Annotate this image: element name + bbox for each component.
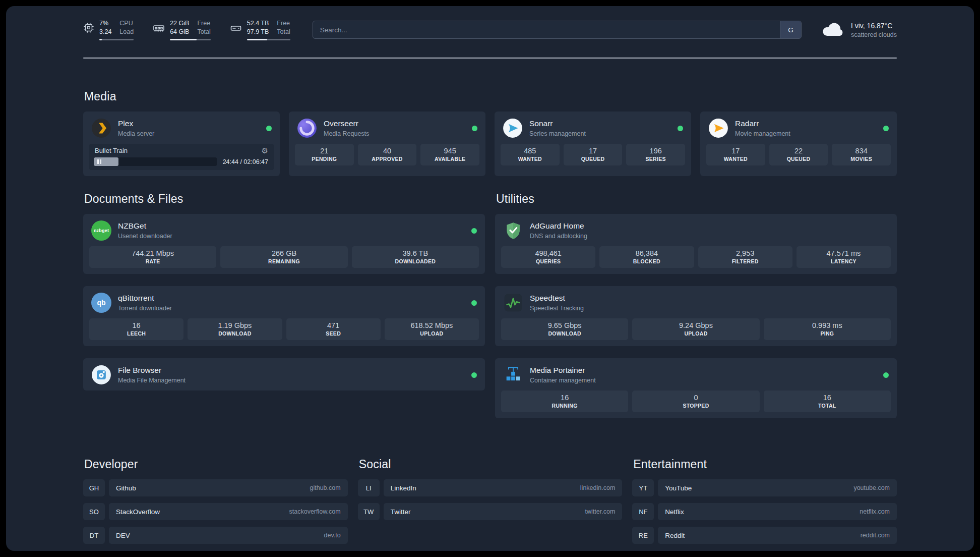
bookmark-name: StackOverflow xyxy=(116,508,160,516)
bookmark-youtube[interactable]: YT YouTube youtube.com xyxy=(632,479,897,496)
service-subtitle: Speedtest Tracking xyxy=(530,304,584,312)
section-utilities: Utilities xyxy=(495,192,897,418)
stat-stopped: 0 STOPPED xyxy=(632,391,759,412)
status-dot xyxy=(471,300,477,306)
disk-usage-bar xyxy=(247,39,290,41)
bookmark-abbr: NF xyxy=(632,503,654,520)
section-title-utilities: Utilities xyxy=(496,192,897,206)
section-media: Media Plex Media server xyxy=(83,90,897,176)
bookmark-url: netflix.com xyxy=(860,508,890,515)
playback-time: 24:44 / 02:06:47 xyxy=(223,158,269,165)
bookmark-name: Github xyxy=(116,484,136,492)
section-title-social: Social xyxy=(359,458,623,471)
status-dot xyxy=(678,126,683,131)
stat-download: 9.65 Gbps DOWNLOAD xyxy=(501,318,628,340)
pause-icon[interactable] xyxy=(97,159,101,164)
playback-progress-bar[interactable] xyxy=(94,157,217,166)
stat-ping: 0.993 ms PING xyxy=(764,318,891,340)
cpu-widget: 7% 3.24 CPU Load xyxy=(83,19,134,40)
stat-running: 16 RUNNING xyxy=(501,391,628,412)
disk-free-value: 52.4 TB xyxy=(247,19,269,28)
bookmark-netflix[interactable]: NF Netflix netflix.com xyxy=(632,503,897,520)
bookmark-twitter[interactable]: TW Twitter twitter.com xyxy=(358,503,623,520)
section-title-developer: Developer xyxy=(84,458,348,471)
service-card-sonarr[interactable]: Sonarr Series management 485 WANTED 17 Q… xyxy=(495,112,691,176)
service-subtitle: Torrent downloader xyxy=(118,304,172,312)
stat-seed: 471 SEED xyxy=(286,318,381,340)
service-subtitle: Series management xyxy=(529,130,586,138)
section-documents: Documents & Files nzbget NZBGet Usenet d… xyxy=(83,192,485,418)
status-dot xyxy=(472,126,477,131)
service-card-overseerr[interactable]: Overseerr Media Requests 21 PENDING 40 A… xyxy=(289,112,485,176)
stat-available: 945 AVAILABLE xyxy=(420,144,479,165)
service-subtitle: DNS and adblocking xyxy=(530,232,587,240)
stat-total: 16 TOTAL xyxy=(764,391,891,412)
stat-movies: 834 MOVIES xyxy=(832,144,891,165)
bookmark-name: YouTube xyxy=(665,484,692,492)
bookmark-linkedin[interactable]: LI LinkedIn linkedin.com xyxy=(358,479,623,496)
now-playing-title: Bullet Train xyxy=(95,147,128,154)
stat-downloaded: 39.6 TB DOWNLOADED xyxy=(352,246,479,268)
header-divider xyxy=(83,58,897,59)
memory-total-value: 64 GiB xyxy=(170,28,189,36)
search-input[interactable] xyxy=(313,21,780,38)
nzbget-icon: nzbget xyxy=(91,220,111,241)
bookmark-dev[interactable]: DT DEV dev.to xyxy=(83,527,348,544)
disk-icon xyxy=(230,22,242,34)
service-subtitle: Container management xyxy=(530,376,596,384)
memory-free-label: Free xyxy=(197,19,210,28)
service-card-speedtest[interactable]: Speedtest Speedtest Tracking 9.65 Gbps D… xyxy=(495,286,897,346)
service-card-adguard[interactable]: AdGuard Home DNS and adblocking 498,461 … xyxy=(495,214,897,274)
service-title: Speedtest xyxy=(530,293,584,303)
service-card-filebrowser[interactable]: File Browser Media File Management xyxy=(83,358,485,391)
service-title: Radarr xyxy=(735,119,790,129)
top-bar: 7% 3.24 CPU Load xyxy=(83,19,897,40)
cpu-usage-bar xyxy=(99,39,134,41)
bookmark-name: DEV xyxy=(116,532,130,539)
plex-icon xyxy=(91,118,111,138)
status-dot xyxy=(266,126,272,131)
stat-upload: 618.52 Mbps UPLOAD xyxy=(385,318,479,340)
service-card-plex[interactable]: Plex Media server Bullet Train ⚙ xyxy=(83,112,280,176)
bookmark-stackoverflow[interactable]: SO StackOverflow stackoverflow.com xyxy=(83,503,348,520)
bookmark-url: reddit.com xyxy=(861,532,890,539)
stat-approved: 40 APPROVED xyxy=(358,144,417,165)
search-provider-button[interactable]: G xyxy=(780,21,801,38)
weather-widget[interactable]: Lviv, 16.87°C scattered clouds xyxy=(822,21,897,39)
plex-now-playing: Bullet Train ⚙ 24:44 / 02:06:47 xyxy=(89,144,274,170)
disk-widget: 52.4 TB 97.9 TB Free Total xyxy=(230,19,290,40)
bookmark-url: dev.to xyxy=(324,532,341,539)
cloud-icon xyxy=(822,21,845,39)
bookmark-github[interactable]: GH Github github.com xyxy=(83,479,348,496)
stat-series: 196 SERIES xyxy=(626,144,685,165)
memory-widget: 22 GiB 64 GiB Free Total xyxy=(153,19,211,40)
service-title: File Browser xyxy=(118,365,186,375)
status-dot xyxy=(883,126,889,131)
bookmark-abbr: DT xyxy=(83,527,105,544)
bookmark-url: twitter.com xyxy=(585,508,616,515)
bookmark-reddit[interactable]: RE Reddit reddit.com xyxy=(632,527,897,544)
stat-filtered: 2,953 FILTERED xyxy=(698,246,792,268)
service-card-portainer[interactable]: Media Portainer Container management 16 … xyxy=(495,358,897,418)
bookmark-abbr: LI xyxy=(358,479,380,496)
service-card-qbittorrent[interactable]: qb qBittorrent Torrent downloader 16 LEE… xyxy=(83,286,485,346)
section-title-documents: Documents & Files xyxy=(84,192,485,206)
service-title: NZBGet xyxy=(118,221,172,231)
service-card-radarr[interactable]: Radarr Movie management 17 WANTED 22 QUE… xyxy=(700,112,897,176)
stat-queued: 22 QUEUED xyxy=(769,144,828,165)
speedtest-icon xyxy=(503,293,523,313)
disk-total-label: Total xyxy=(277,28,290,36)
stat-latency: 47.571 ms LATENCY xyxy=(797,246,891,268)
cpu-usage-value: 7% xyxy=(99,19,111,28)
portainer-icon xyxy=(503,365,523,385)
weather-location: Lviv, 16.87°C xyxy=(851,21,897,31)
service-subtitle: Media File Management xyxy=(118,376,186,384)
gear-icon[interactable]: ⚙ xyxy=(262,147,268,154)
radarr-icon xyxy=(708,118,728,138)
stat-pending: 21 PENDING xyxy=(295,144,354,165)
service-card-nzbget[interactable]: nzbget NZBGet Usenet downloader 744.21 M… xyxy=(83,214,485,274)
bookmark-abbr: RE xyxy=(632,527,654,544)
stat-blocked: 86,384 BLOCKED xyxy=(599,246,694,268)
search-bar: G xyxy=(313,21,802,39)
service-subtitle: Media server xyxy=(118,130,154,138)
